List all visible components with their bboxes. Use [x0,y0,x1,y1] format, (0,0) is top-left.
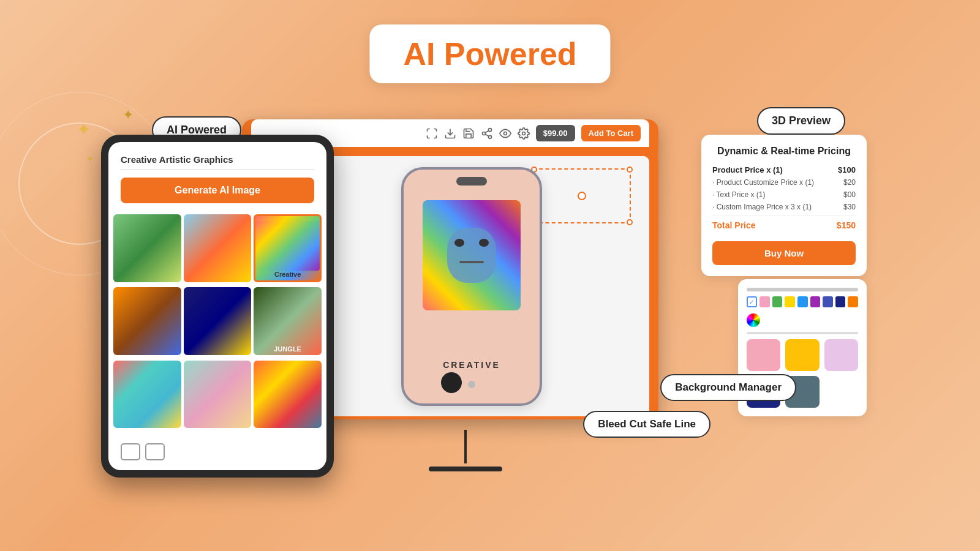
phone-mockup: CREATIVE [401,167,542,406]
color-slider-bottom [747,332,858,334]
star-icon-3: ✦ [86,153,94,165]
image-octopus[interactable] [113,287,181,355]
star-icon-2: ✦ [123,107,134,123]
image-bird[interactable] [184,361,252,429]
swatch-purple[interactable] [810,296,821,307]
tablet-screen: Creative Artistic Graphics Generate AI I… [108,142,326,470]
swatch-large-lavender[interactable] [824,339,858,371]
swatch-navy[interactable] [835,296,846,307]
image-starry-night[interactable] [184,287,252,355]
jungle-label: JUNGLE [274,345,301,353]
pricing-panel: Dynamic & Real-time Pricing Product Pric… [701,135,867,276]
swatch-green[interactable] [772,296,783,307]
price-row-customize: · Product Customize Price x (1) $20 [712,178,856,187]
phone-artwork-area [423,200,521,310]
download-icon[interactable] [444,127,456,140]
3d-preview-badge: 3D Preview [757,107,845,135]
swatch-yellow[interactable] [785,296,795,307]
swatch-blue[interactable] [797,296,808,307]
swatch-large-gold[interactable] [785,339,819,371]
svg-line-5 [485,130,489,132]
monitor-power-dot [441,372,462,393]
generate-ai-image-button[interactable]: Generate AI Image [121,178,314,203]
handle-tr[interactable] [627,167,633,173]
price-tag: $99.00 [536,125,575,141]
svg-point-6 [503,132,507,135]
buy-now-button[interactable]: Buy Now [712,241,856,265]
share-icon[interactable] [481,127,493,140]
add-to-cart-button[interactable]: Add To Cart [581,125,641,141]
image-sunset[interactable] [184,214,252,282]
pricing-title: Dynamic & Real-time Pricing [712,146,856,157]
expand-icon[interactable] [426,127,438,140]
svg-point-1 [488,128,491,131]
gradient-row [747,313,858,327]
price-row-text: · Text Price x (1) $00 [712,190,856,199]
handle-center[interactable] [578,192,586,200]
canvas-area[interactable]: CREATIVE [294,156,649,416]
tablet-device: Creative Artistic Graphics Generate AI I… [101,135,334,478]
price-row-total: Total Price $150 [712,215,856,230]
phone-camera [456,177,487,186]
save-icon[interactable] [462,127,475,140]
tablet-header: Creative Artistic Graphics Generate AI I… [108,142,326,209]
eye-icon[interactable] [499,127,511,140]
color-check[interactable]: ✓ [747,296,757,307]
tablet-title: Creative Artistic Graphics [121,154,314,170]
image-tree[interactable] [113,214,181,282]
checkbox-2[interactable] [145,443,165,460]
swatch-orange[interactable] [848,296,858,307]
image-jungle[interactable]: JUNGLE [254,287,322,355]
bleed-cut-safe-line-badge: Bleed Cut Safe Line [583,411,710,438]
stand-neck [464,430,467,463]
image-colorful[interactable] [113,361,181,429]
image-grid: Creative JUNGLE [108,209,326,436]
monitor-stand [429,430,502,471]
stand-base [429,467,502,471]
main-header-badge: AI Powered [369,24,610,83]
color-slider-top [747,288,858,291]
swatch-large-pink[interactable] [747,339,780,371]
swatch-indigo[interactable] [823,296,833,307]
color-swatches-row: ✓ [747,296,858,307]
selection-box [533,168,631,223]
tablet-footer [108,436,326,470]
svg-point-7 [522,132,525,135]
price-row-image: · Custom Image Price x 3 x (1) $30 [712,203,856,211]
svg-line-4 [485,134,489,136]
phone-dot-indicator [468,381,475,388]
main-title: AI Powered [403,36,576,72]
settings-icon[interactable] [518,127,530,140]
color-gradient-picker[interactable] [747,313,760,327]
background-manager-badge: Background Manager [660,374,796,401]
creative-label: Creative [274,271,301,278]
image-geometric[interactable] [254,361,322,429]
svg-point-3 [488,135,491,138]
phone-creative-text: CREATIVE [443,360,500,370]
swatch-pink[interactable] [760,296,770,307]
image-creative[interactable]: Creative [254,214,322,282]
handle-br[interactable] [627,219,633,225]
star-icon-1: ✦ [77,119,91,140]
checkbox-1[interactable] [121,443,140,460]
price-row-product: Product Price x (1) $100 [712,165,856,174]
svg-point-2 [482,132,485,135]
